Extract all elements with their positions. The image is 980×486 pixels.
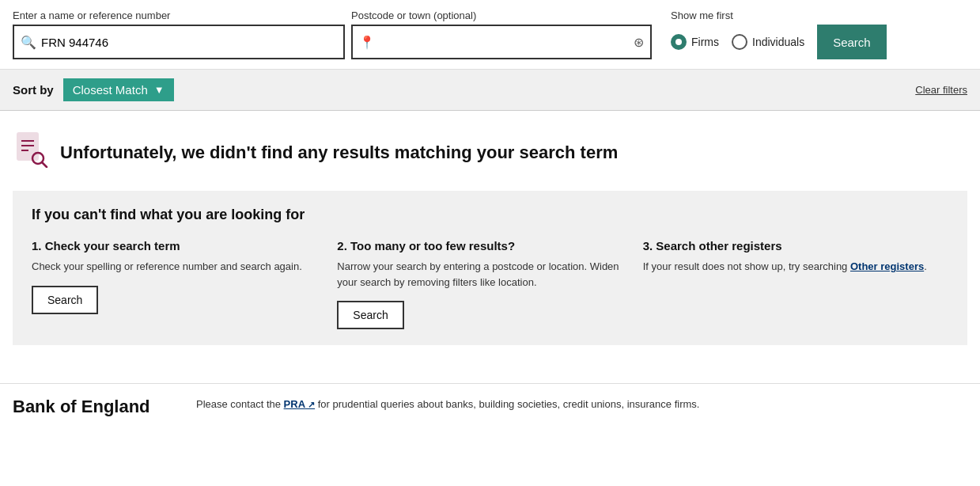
postcode-input[interactable] — [380, 36, 634, 49]
radio-individuals-label: Individuals — [752, 36, 804, 48]
radio-firms[interactable]: Firms — [671, 34, 719, 50]
name-field-group: Enter a name or reference number 🔍 — [13, 9, 345, 59]
no-results-title: Unfortunately, we didn't find any result… — [60, 142, 618, 163]
name-input-wrapper: 🔍 — [13, 25, 345, 59]
postcode-field-group: Postcode or town (optional) 📍 ⊛ — [351, 9, 652, 59]
name-label: Enter a name or reference number — [13, 9, 345, 21]
radio-firms-circle[interactable] — [671, 34, 687, 50]
sort-option-label: Closest Match — [73, 83, 148, 97]
show-me-first-label: Show me first — [671, 9, 804, 21]
no-results-area: Unfortunately, we didn't find any result… — [0, 111, 980, 358]
show-me-first-group: Show me first Firms Individuals — [671, 9, 804, 59]
radio-firms-label: Firms — [691, 36, 719, 48]
help-box: If you can't find what you are looking f… — [13, 191, 967, 345]
boe-logo: Bank of England — [13, 397, 171, 417]
help-heading: If you can't find what you are looking f… — [32, 207, 948, 223]
no-results-heading: Unfortunately, we didn't find any result… — [13, 130, 967, 175]
help-columns: 1. Check your search term Check your spe… — [32, 239, 948, 329]
help-col2-title: 2. Too many or too few results? — [337, 239, 623, 252]
no-results-icon — [13, 130, 51, 175]
help-col-1: 1. Check your search term Check your spe… — [32, 239, 337, 329]
postcode-input-wrapper: 📍 ⊛ — [351, 25, 652, 59]
search-header: Enter a name or reference number 🔍 Postc… — [0, 0, 980, 70]
gps-icon: ⊛ — [634, 35, 644, 50]
sort-bar: Sort by Closest Match ▼ Clear filters — [0, 70, 980, 111]
help-search-button-1[interactable]: Search — [32, 286, 98, 314]
chevron-down-icon: ▼ — [154, 84, 165, 96]
help-col1-title: 1. Check your search term — [32, 239, 318, 252]
help-search-button-2[interactable]: Search — [337, 301, 403, 329]
help-col-2: 2. Too many or too few results? Narrow y… — [337, 239, 642, 329]
sort-dropdown[interactable]: Closest Match ▼ — [63, 78, 174, 101]
sort-label: Sort by — [13, 83, 54, 97]
svg-line-5 — [42, 162, 47, 167]
radio-individuals-circle[interactable] — [732, 34, 747, 50]
other-registers-link[interactable]: Other registers — [850, 260, 924, 272]
help-col1-text: Check your spelling or reference number … — [32, 259, 318, 275]
clear-filters-button[interactable]: Clear filters — [915, 84, 967, 96]
radio-individuals[interactable]: Individuals — [732, 34, 804, 50]
postcode-label: Postcode or town (optional) — [351, 9, 652, 21]
location-icon: 📍 — [359, 35, 375, 50]
help-col2-text: Narrow your search by entering a postcod… — [337, 259, 623, 290]
search-button[interactable]: Search — [817, 25, 887, 59]
help-col-3: 3. Search other registers If your result… — [643, 239, 948, 329]
pra-link[interactable]: PRA — [284, 398, 316, 410]
footer-bar: Bank of England Please contact the PRA f… — [0, 383, 980, 430]
help-col3-title: 3. Search other registers — [643, 239, 929, 252]
search-icon: 🔍 — [21, 35, 36, 50]
radio-options: Firms Individuals — [671, 25, 804, 59]
footer-text: Please contact the PRA for prudential qu… — [196, 397, 699, 412]
name-input[interactable] — [41, 36, 337, 49]
help-col3-text: If your result does not show up, try sea… — [643, 259, 929, 275]
